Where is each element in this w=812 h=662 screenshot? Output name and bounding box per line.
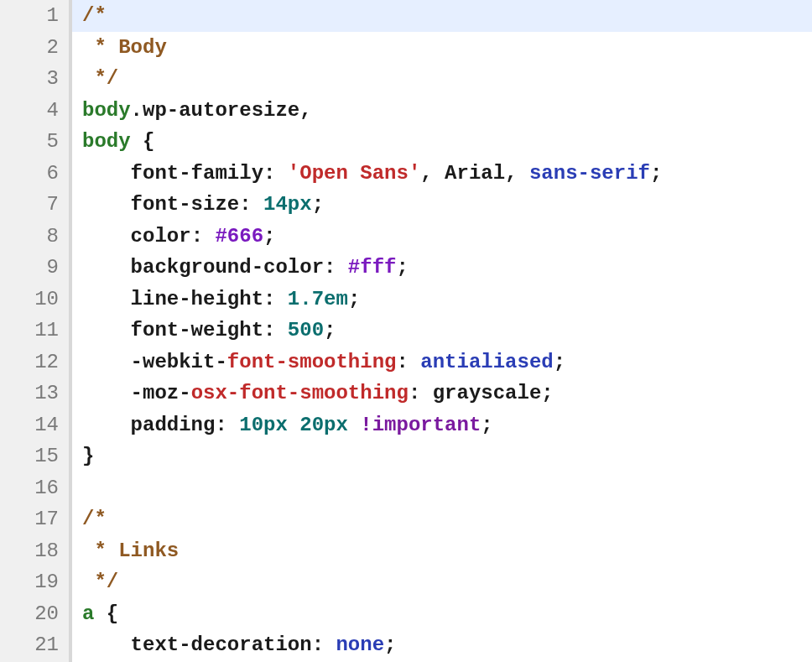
code-area[interactable]: /* * Body */body.wp-autoresize,body { fo…	[72, 0, 812, 662]
code-token: .wp-autoresize,	[131, 99, 312, 122]
line-number: 9	[0, 252, 59, 284]
code-token: ,	[505, 162, 529, 185]
code-line[interactable]: padding: 10px 20px !important;	[72, 409, 812, 441]
code-token: 14px	[263, 193, 312, 216]
code-token: ;	[348, 288, 360, 310]
code-token: none	[336, 633, 384, 656]
code-token: sans-serif	[529, 162, 650, 185]
line-number: 19	[0, 566, 59, 598]
line-number: 12	[0, 347, 59, 378]
line-number-gutter: 123456789101112131415161718192021	[0, 0, 72, 662]
code-line[interactable]: -webkit-font-smoothing: antialiased;	[72, 347, 812, 378]
code-token: 10px 20px	[239, 414, 360, 436]
code-token: :	[263, 288, 288, 310]
code-line[interactable]: background-color: #fff;	[72, 252, 812, 284]
code-token: body	[82, 99, 131, 122]
code-token: * Body	[82, 36, 167, 59]
code-token: */	[82, 571, 118, 593]
code-line[interactable]	[72, 472, 812, 504]
code-token: Arial	[445, 162, 505, 185]
code-line[interactable]: * Links	[72, 535, 812, 567]
line-number: 20	[0, 598, 59, 630]
code-line[interactable]: font-weight: 500;	[72, 315, 812, 347]
code-token: -webkit-	[82, 351, 227, 373]
code-token: {	[131, 130, 155, 153]
code-token: #666	[215, 225, 263, 248]
code-token: :	[191, 225, 216, 248]
line-number: 11	[0, 315, 59, 347]
code-token: :	[239, 193, 263, 216]
line-number: 21	[0, 629, 59, 661]
code-token: 1.7em	[288, 288, 348, 310]
code-token: line-height	[82, 288, 263, 310]
code-token: antialiased	[420, 351, 553, 373]
code-token: :	[215, 414, 239, 436]
code-token: font-size	[82, 193, 239, 216]
line-number: 4	[0, 95, 59, 127]
code-editor[interactable]: 123456789101112131415161718192021 /* * B…	[0, 0, 812, 662]
line-number: 13	[0, 378, 59, 409]
code-token: ;	[481, 414, 492, 436]
code-token: a	[82, 602, 94, 625]
code-line[interactable]: font-family: 'Open Sans', Arial, sans-se…	[72, 158, 812, 190]
code-line[interactable]: a {	[72, 598, 812, 630]
code-token: font-smoothing	[227, 351, 397, 373]
line-number: 3	[0, 63, 59, 95]
code-token: ;	[554, 351, 565, 373]
code-line[interactable]: */	[72, 566, 812, 598]
line-number: 17	[0, 503, 59, 535]
code-token: */	[82, 67, 118, 90]
code-token: :	[263, 319, 288, 341]
code-token: :	[409, 382, 433, 404]
line-number: 15	[0, 440, 59, 472]
code-token: ,	[420, 162, 445, 185]
code-token: #fff	[348, 256, 397, 279]
code-line[interactable]: font-size: 14px;	[72, 189, 812, 221]
code-token: !important	[360, 414, 481, 436]
code-token: ;	[384, 633, 396, 656]
line-number: 2	[0, 32, 59, 64]
code-token: font-weight	[82, 319, 263, 341]
code-token: font-family	[82, 162, 263, 185]
line-number: 1	[0, 0, 59, 32]
code-token: padding	[82, 414, 215, 436]
code-token: body	[82, 130, 131, 153]
code-token: 500	[288, 319, 324, 341]
code-token: osx-font-smoothing	[191, 382, 409, 404]
code-line[interactable]: /*	[72, 0, 812, 32]
code-token: -moz-	[82, 382, 191, 404]
code-token: :	[263, 162, 288, 185]
line-number: 16	[0, 472, 59, 504]
code-line[interactable]: text-decoration: none;	[72, 629, 812, 661]
line-number: 6	[0, 158, 59, 190]
code-token: }	[82, 445, 94, 467]
code-token: /*	[82, 4, 107, 27]
code-token: :	[324, 256, 348, 279]
code-line[interactable]: body {	[72, 126, 812, 158]
line-number: 8	[0, 221, 59, 253]
code-token: ;	[324, 319, 336, 341]
code-token: :	[312, 633, 336, 656]
code-token: 'Open Sans'	[288, 162, 420, 185]
code-line[interactable]: /*	[72, 503, 812, 535]
code-line[interactable]: }	[72, 440, 812, 472]
line-number: 14	[0, 409, 59, 441]
code-token: ;	[650, 162, 662, 185]
code-token: background-color	[82, 256, 324, 279]
code-token: /*	[82, 508, 107, 530]
code-token: :	[396, 351, 420, 373]
line-number: 7	[0, 189, 59, 221]
code-line[interactable]: line-height: 1.7em;	[72, 284, 812, 315]
code-token: text-decoration	[82, 633, 312, 656]
code-line[interactable]: body.wp-autoresize,	[72, 95, 812, 127]
code-line[interactable]: -moz-osx-font-smoothing: grayscale;	[72, 378, 812, 409]
code-token: ;	[396, 256, 408, 279]
code-line[interactable]: * Body	[72, 32, 812, 64]
code-line[interactable]: */	[72, 63, 812, 95]
code-token: color	[82, 225, 191, 248]
code-token: ;	[263, 225, 275, 248]
line-number: 18	[0, 535, 59, 567]
code-token: * Links	[82, 540, 179, 562]
code-line[interactable]: color: #666;	[72, 221, 812, 253]
line-number: 10	[0, 284, 59, 315]
